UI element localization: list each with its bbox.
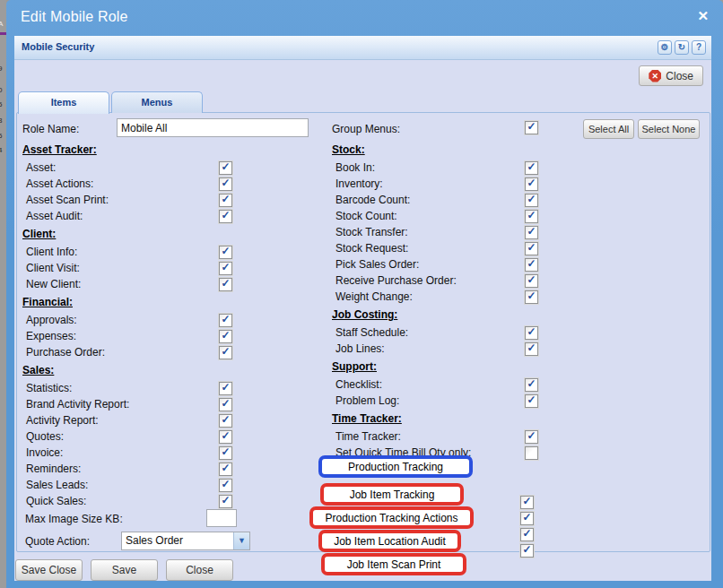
form-row: Barcode Count:✓: [332, 192, 547, 208]
checkbox-invoice[interactable]: ✓: [219, 446, 232, 460]
role-name-input[interactable]: [117, 118, 309, 137]
help-icon[interactable]: ?: [692, 40, 706, 55]
checkbox-purchase-order[interactable]: ✓: [219, 346, 232, 359]
checkbox-job-lines[interactable]: ✓: [525, 342, 538, 356]
panel-toolbar-icons: ⚙↻?: [658, 40, 706, 55]
form-row: Purchase Order:✓: [22, 344, 247, 360]
field-label-inventory: Inventory:: [332, 177, 383, 190]
gear-icon[interactable]: ⚙: [658, 40, 672, 55]
quote-action-label: Quote Action:: [25, 535, 90, 548]
quote-action-select[interactable]: Sales Order ▼: [121, 532, 250, 550]
background-fragment: 3: [0, 117, 2, 125]
field-label-invoice: Invoice:: [22, 446, 63, 459]
panel-title: Mobile Security: [22, 41, 94, 52]
checkbox-stock-request[interactable]: ✓: [525, 242, 538, 255]
checkbox-weight-change[interactable]: ✓: [525, 290, 538, 304]
field-label-reminders: Reminders:: [22, 463, 81, 475]
checkbox-group-menus[interactable]: ✓: [525, 121, 538, 134]
checkbox-problem-log[interactable]: ✓: [525, 394, 538, 408]
highlight-production-tracking[interactable]: Production Tracking: [318, 455, 473, 478]
checkbox-stock-transfer[interactable]: ✓: [525, 226, 538, 239]
checkbox-statistics[interactable]: ✓: [219, 382, 232, 395]
checkbox-new-client[interactable]: ✓: [219, 278, 232, 291]
close-icon[interactable]: ✕: [697, 8, 709, 24]
checkbox-receive-purchase-order[interactable]: ✓: [525, 274, 538, 288]
checkbox-highlight-row-3[interactable]: ✓: [520, 528, 534, 541]
mobile-security-panel: Mobile Security ⚙↻? ✕ Close ItemsMenus R…: [14, 36, 711, 581]
checkbox-pick-sales-order[interactable]: ✓: [525, 258, 538, 272]
save-close-button[interactable]: Save Close: [15, 559, 83, 581]
checkbox-reminders[interactable]: ✓: [219, 463, 232, 476]
field-label-expenses: Expenses:: [22, 330, 76, 342]
section-header-job-costing: Job Costing:: [332, 308, 547, 322]
highlight-job-item-location-audit[interactable]: Job Item Location Audit: [318, 530, 461, 552]
field-label-problem-log: Problem Log:: [332, 394, 399, 407]
checkbox-client-visit[interactable]: ✓: [219, 262, 232, 275]
highlight-job-item-scan-print[interactable]: Job Item Scan Print: [321, 553, 466, 575]
role-name-label: Role Name:: [22, 123, 79, 135]
checkbox-highlight-row-2[interactable]: ✓: [520, 512, 534, 525]
form-row: Job Lines:✓: [332, 341, 547, 357]
checkbox-highlight-row-4[interactable]: ✓: [520, 544, 534, 558]
checkbox-book-in[interactable]: ✓: [525, 161, 538, 175]
form-row: Approvals:✓: [22, 312, 247, 328]
checkbox-sales-leads[interactable]: ✓: [219, 479, 232, 492]
field-label-new-client: New Client:: [22, 278, 81, 290]
checkbox-quick-sales[interactable]: ✓: [219, 495, 232, 508]
form-row: Asset Actions:✓: [22, 176, 247, 192]
dialog-title: Edit Mobile Role: [21, 9, 128, 25]
checkbox-asset[interactable]: ✓: [219, 161, 232, 175]
field-label-sales-leads: Sales Leads:: [22, 479, 88, 491]
checkbox-approvals[interactable]: ✓: [219, 314, 232, 327]
tab-menus[interactable]: Menus: [111, 91, 203, 113]
page-behind-sliver: A905354: [0, 0, 6, 588]
panel-close-button[interactable]: ✕ Close: [639, 65, 703, 86]
group-menus-label: Group Menus:: [332, 123, 400, 135]
section-header-time-tracker: Time Tracker:: [332, 412, 547, 426]
panel-header: Mobile Security ⚙↻?: [14, 36, 711, 60]
chevron-down-icon[interactable]: ▼: [233, 532, 249, 549]
checkbox-quotes[interactable]: ✓: [219, 430, 232, 444]
select-none-button[interactable]: Select None: [638, 119, 700, 139]
highlight-production-tracking-actions[interactable]: Production Tracking Actions: [309, 506, 474, 529]
field-label-weight-change: Weight Change:: [332, 290, 413, 303]
form-row: Stock Request:✓: [332, 240, 547, 256]
form-row: Client Info:✓: [22, 244, 247, 260]
field-label-checklist: Checklist:: [332, 378, 382, 391]
highlight-job-item-tracking[interactable]: Job Item Tracking: [320, 483, 464, 506]
checkbox-brand-activity-report[interactable]: ✓: [219, 398, 232, 411]
checkbox-stock-count[interactable]: ✓: [525, 210, 538, 223]
form-row: Book In:✓: [332, 160, 547, 176]
form-row: Problem Log:✓: [332, 393, 547, 409]
checkbox-time-tracker[interactable]: ✓: [525, 430, 538, 444]
checkbox-asset-actions[interactable]: ✓: [219, 177, 232, 191]
checkbox-activity-report[interactable]: ✓: [219, 414, 232, 428]
checkbox-highlight-row-1[interactable]: ✓: [520, 496, 534, 509]
section-header-client: Client:: [22, 228, 247, 241]
checkbox-expenses[interactable]: ✓: [219, 330, 232, 343]
checkbox-barcode-count[interactable]: ✓: [525, 194, 538, 207]
checkbox-asset-scan-print[interactable]: ✓: [219, 194, 232, 207]
checkbox-inventory[interactable]: ✓: [525, 177, 538, 191]
max-image-size-input[interactable]: [206, 509, 237, 527]
checkbox-checklist[interactable]: ✓: [525, 378, 538, 392]
checkbox-staff-schedule[interactable]: ✓: [525, 326, 538, 340]
tab-strip: ItemsMenus: [18, 91, 203, 114]
field-label-purchase-order: Purchase Order:: [22, 346, 105, 359]
close-button[interactable]: Close: [166, 559, 233, 581]
checkbox-set-quick-time-bill-qty-only[interactable]: [525, 446, 538, 460]
edit-mobile-role-dialog: Edit Mobile Role ✕ Mobile Security ⚙↻? ✕…: [6, 0, 723, 588]
form-row: Weight Change:✓: [332, 289, 547, 305]
field-label-asset: Asset:: [22, 161, 56, 174]
refresh-icon[interactable]: ↻: [675, 40, 689, 55]
select-all-button[interactable]: Select All: [583, 119, 634, 139]
field-label-barcode-count: Barcode Count:: [332, 194, 410, 206]
save-button[interactable]: Save: [91, 559, 158, 581]
checkbox-asset-audit[interactable]: ✓: [219, 210, 232, 223]
field-label-client-visit: Client Visit:: [22, 262, 80, 274]
tab-items[interactable]: Items: [18, 91, 109, 114]
form-row: Staff Schedule:✓: [332, 324, 547, 341]
field-label-quick-sales: Quick Sales:: [22, 495, 86, 507]
field-label-statistics: Statistics:: [22, 382, 72, 394]
checkbox-client-info[interactable]: ✓: [219, 246, 232, 259]
